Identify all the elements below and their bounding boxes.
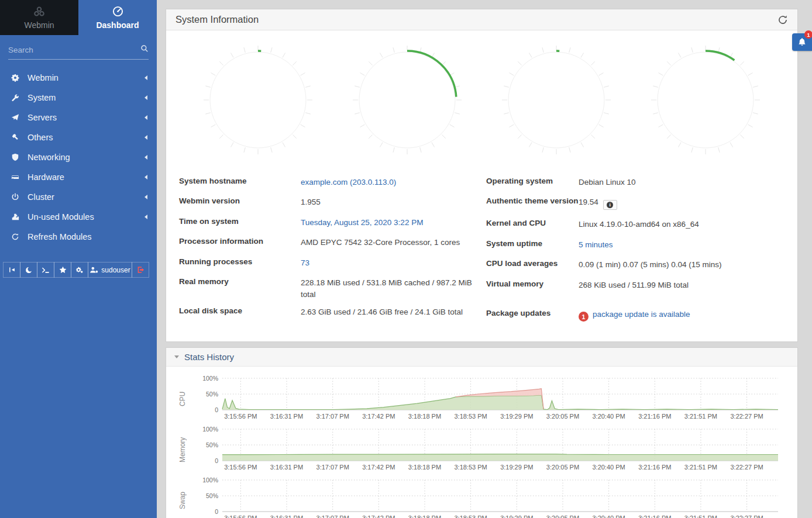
logout-icon xyxy=(137,266,144,274)
svg-text:3:17:07 PM: 3:17:07 PM xyxy=(316,464,349,471)
sidebar-item-networking[interactable]: Networking xyxy=(0,147,157,167)
svg-text:3:18:53 PM: 3:18:53 PM xyxy=(454,514,487,518)
chart-plot: 3:15:56 PM3:16:31 PM3:17:07 PM3:17:42 PM… xyxy=(190,376,789,422)
info-value-wrap: 268 KiB used / 511.99 MiB total xyxy=(579,279,689,291)
puzzle-icon xyxy=(10,213,20,221)
info-value-wrap: AMD EPYC 7542 32-Core Processor, 1 cores xyxy=(301,237,460,248)
notifications-button[interactable]: 1 xyxy=(792,33,812,51)
info-value-wrap: Debian Linux 10 xyxy=(579,177,636,188)
svg-text:3:17:42 PM: 3:17:42 PM xyxy=(362,413,395,420)
chart-axis-title: Swap xyxy=(176,480,190,518)
sidebar-item-system[interactable]: System xyxy=(0,88,157,108)
gauge-cpu xyxy=(202,44,314,156)
info-row-package-updates: Package updates1package update is availa… xyxy=(486,304,785,326)
sidebar-item-hardware[interactable]: Hardware xyxy=(0,167,157,187)
info-value-link[interactable]: 5 minutes xyxy=(579,240,613,249)
sidebar-item-label: Others xyxy=(27,133,144,142)
logout-button[interactable] xyxy=(132,262,149,278)
svg-text:50%: 50% xyxy=(206,390,218,397)
info-value-link[interactable]: package update is available xyxy=(593,310,690,319)
refresh-button[interactable] xyxy=(777,15,788,25)
info-label: Virtual memory xyxy=(486,279,579,288)
svg-text:3:22:27 PM: 3:22:27 PM xyxy=(730,413,763,420)
hdd-icon xyxy=(10,173,20,181)
notification-badge: 1 xyxy=(804,30,812,39)
tab-dashboard[interactable]: Dashboard xyxy=(78,0,157,35)
info-value: 268 KiB used / 511.99 MiB total xyxy=(579,281,689,289)
info-label: Time on system xyxy=(179,217,301,226)
svg-text:3:21:16 PM: 3:21:16 PM xyxy=(638,464,671,471)
search-input[interactable] xyxy=(8,46,140,54)
chart-swap: Swap3:15:56 PM3:16:31 PM3:17:07 PM3:17:4… xyxy=(176,478,792,518)
bell-icon xyxy=(797,37,807,47)
info-value-wrap: 1package update is available xyxy=(579,309,690,322)
svg-text:3:21:51 PM: 3:21:51 PM xyxy=(684,514,717,518)
info-row-authentic-theme-version: Authentic theme version19.54i xyxy=(486,192,785,215)
sidebar-item-label: Refresh Modules xyxy=(27,232,147,241)
info-value-wrap: 228.18 MiB used / 531.8 MiB cached / 987… xyxy=(301,277,474,300)
sidebar-footer: sudouser xyxy=(3,262,154,278)
svg-text:3:20:05 PM: 3:20:05 PM xyxy=(546,413,579,420)
chart-memory: Memory3:15:56 PM3:16:31 PM3:17:07 PM3:17… xyxy=(176,427,792,472)
stats-history-header[interactable]: Stats History xyxy=(166,348,797,367)
svg-text:0: 0 xyxy=(215,457,218,464)
terminal-button[interactable] xyxy=(37,262,54,278)
stats-history-title: Stats History xyxy=(184,352,234,362)
info-icon: i xyxy=(607,202,613,208)
svg-text:0: 0 xyxy=(215,406,218,413)
svg-text:3:20:05 PM: 3:20:05 PM xyxy=(546,464,579,471)
user-button[interactable]: sudouser xyxy=(88,262,132,278)
info-value-wrap: 1.955 xyxy=(301,196,321,208)
info-row-system-uptime: System uptime5 minutes xyxy=(486,234,785,255)
info-value-link[interactable]: example.com (203.0.113.0) xyxy=(301,178,396,187)
collapse-sidebar-button[interactable] xyxy=(3,262,20,278)
gauges-row xyxy=(166,30,797,159)
svg-text:3:18:18 PM: 3:18:18 PM xyxy=(408,514,441,518)
svg-text:3:21:16 PM: 3:21:16 PM xyxy=(638,413,671,420)
chart-axis-title: Memory xyxy=(176,429,190,470)
package-updates-count-badge: 1 xyxy=(579,312,589,322)
sidebar-item-un-used-modules[interactable]: Un-used Modules xyxy=(0,207,157,227)
info-value-link[interactable]: Tuesday, August 25, 2020 3:22 PM xyxy=(301,218,423,227)
caret-left-icon xyxy=(144,135,147,140)
sidebar-item-servers[interactable]: Servers xyxy=(0,108,157,127)
info-value: 19.54 xyxy=(579,198,598,206)
tab-webmin-label: Webmin xyxy=(24,20,54,30)
stats-history-panel: Stats History CPU3:15:56 PM3:16:31 PM3:1… xyxy=(166,347,798,518)
info-value: AMD EPYC 7542 32-Core Processor, 1 cores xyxy=(301,238,460,247)
sidebar-item-others[interactable]: Others xyxy=(0,127,157,147)
sidebar: Webmin Dashboard WebminSystemServersOthe… xyxy=(0,0,157,518)
info-label: Local disk space xyxy=(179,306,301,315)
info-value-link[interactable]: 73 xyxy=(301,258,309,267)
caret-left-icon xyxy=(144,115,147,120)
sidebar-item-label: Networking xyxy=(27,153,144,162)
chart-plot: 3:15:56 PM3:16:31 PM3:17:07 PM3:17:42 PM… xyxy=(190,478,789,518)
settings-button[interactable] xyxy=(71,262,88,278)
info-value: 0.09 (1 min) 0.07 (5 mins) 0.04 (15 mins… xyxy=(579,260,722,269)
terminal-icon xyxy=(42,267,50,274)
caret-left-icon xyxy=(144,95,147,100)
sidebar-item-label: Hardware xyxy=(27,172,144,182)
info-row-system-hostname: System hostnameexample.com (203.0.113.0) xyxy=(179,172,474,192)
main-content: System Information xyxy=(157,0,812,518)
svg-text:3:15:56 PM: 3:15:56 PM xyxy=(224,413,257,420)
svg-text:3:22:27 PM: 3:22:27 PM xyxy=(730,514,763,518)
sidebar-item-refresh-modules[interactable]: Refresh Modules xyxy=(0,227,157,247)
svg-text:3:21:51 PM: 3:21:51 PM xyxy=(684,464,717,471)
gear-icon xyxy=(10,74,20,82)
info-label: Package updates xyxy=(486,309,579,317)
info-value-wrap: 19.54i xyxy=(579,196,617,210)
info-column-right: Operating systemDebian Linux 10Authentic… xyxy=(486,172,785,326)
theme-info-button[interactable]: i xyxy=(603,200,617,210)
sidebar-search xyxy=(8,44,149,60)
tab-webmin[interactable]: Webmin xyxy=(0,0,78,35)
night-mode-button[interactable] xyxy=(20,262,37,278)
gears-icon xyxy=(75,266,84,274)
sidebar-item-webmin[interactable]: Webmin xyxy=(0,68,157,88)
sidebar-item-cluster[interactable]: Cluster xyxy=(0,187,157,207)
favorites-button[interactable] xyxy=(54,262,71,278)
sidebar-item-label: System xyxy=(27,93,144,102)
svg-text:3:18:18 PM: 3:18:18 PM xyxy=(408,464,441,471)
sidebar-menu: WebminSystemServersOthersNetworkingHardw… xyxy=(0,68,157,247)
svg-text:3:20:05 PM: 3:20:05 PM xyxy=(546,514,579,518)
